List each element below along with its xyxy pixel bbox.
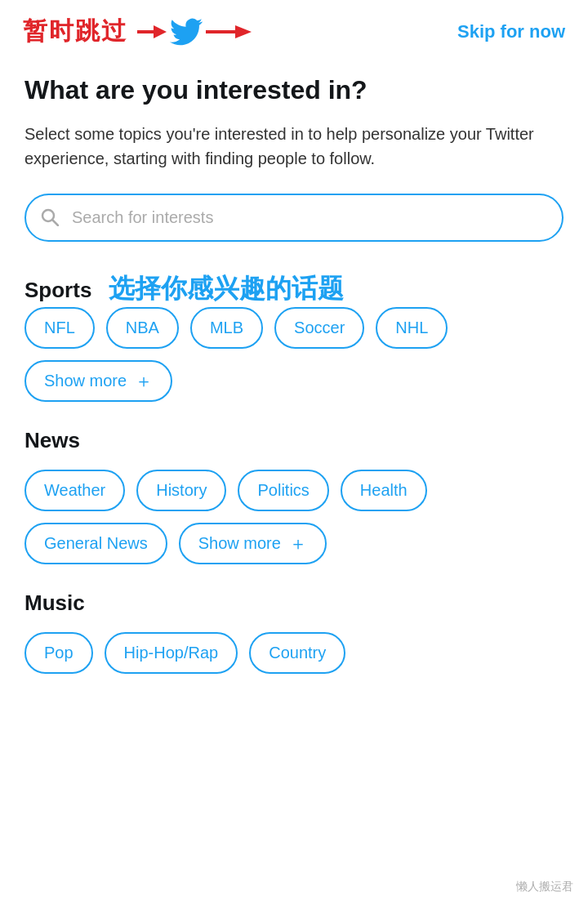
sports-show-more-button[interactable]: Show more ＋ xyxy=(24,360,172,402)
search-input[interactable] xyxy=(24,194,564,242)
section-sports: Sports 选择你感兴趣的话题 NFL NBA MLB Soccer NHL … xyxy=(24,271,564,402)
tag-country[interactable]: Country xyxy=(249,632,345,674)
plus-icon: ＋ xyxy=(135,372,153,390)
news-tags-row-1: Weather History Politics Health xyxy=(24,470,564,511)
tag-nba[interactable]: NBA xyxy=(106,307,179,349)
page-title: What are you interested in? xyxy=(24,74,564,105)
search-container xyxy=(24,194,564,242)
section-sports-title: Sports xyxy=(24,278,91,302)
watermark-text: 懒人搬运君 xyxy=(516,880,573,893)
section-news-title: News xyxy=(24,428,564,453)
tag-pop[interactable]: Pop xyxy=(24,632,93,674)
chinese-skip-label: 暂时跳过 xyxy=(23,15,127,48)
tag-mlb[interactable]: MLB xyxy=(190,307,263,349)
tag-nhl[interactable]: NHL xyxy=(376,307,448,349)
tag-nfl[interactable]: NFL xyxy=(24,307,95,349)
tag-health[interactable]: Health xyxy=(341,470,427,511)
search-icon xyxy=(39,207,59,229)
plus-icon: ＋ xyxy=(289,535,307,553)
svg-line-5 xyxy=(53,221,58,225)
news-tags-row-2: General News Show more ＋ xyxy=(24,523,564,564)
skip-link[interactable]: Skip for now xyxy=(457,21,565,42)
header-left: 暂时跳过 xyxy=(23,15,252,48)
watermark: 懒人搬运君 xyxy=(516,880,573,894)
music-tags-row: Pop Hip-Hop/Rap Country xyxy=(24,632,564,674)
tag-politics[interactable]: Politics xyxy=(238,470,328,511)
section-news: News Weather History Politics Health Gen… xyxy=(24,428,564,564)
main-content: What are you interested in? Select some … xyxy=(0,58,588,724)
show-more-label: Show more xyxy=(198,534,281,553)
tag-hiphop-rap[interactable]: Hip-Hop/Rap xyxy=(105,632,238,674)
chinese-annotation: 选择你感兴趣的话题 xyxy=(109,274,344,303)
show-more-label: Show more xyxy=(44,372,127,390)
sports-tags-row: NFL NBA MLB Soccer NHL xyxy=(24,307,564,349)
tag-soccer[interactable]: Soccer xyxy=(274,307,364,349)
section-music: Music Pop Hip-Hop/Rap Country xyxy=(24,590,564,674)
header: 暂时跳过 Skip for now xyxy=(0,0,588,58)
svg-marker-1 xyxy=(154,25,167,38)
sports-show-more-row: Show more ＋ xyxy=(24,360,564,402)
section-music-title: Music xyxy=(24,590,564,616)
twitter-bird-icon xyxy=(167,16,206,48)
left-arrow-icon xyxy=(137,20,167,43)
news-show-more-button[interactable]: Show more ＋ xyxy=(179,523,327,564)
section-sports-header: Sports 选择你感兴趣的话题 xyxy=(24,271,564,307)
tag-history[interactable]: History xyxy=(136,470,226,511)
svg-marker-3 xyxy=(235,25,252,38)
page-description: Select some topics you're interested in … xyxy=(24,122,564,171)
tag-weather[interactable]: Weather xyxy=(24,470,125,511)
arrow-area xyxy=(137,16,252,48)
right-arrow-icon xyxy=(206,20,252,43)
svg-point-4 xyxy=(42,210,54,221)
tag-general-news[interactable]: General News xyxy=(24,523,167,564)
